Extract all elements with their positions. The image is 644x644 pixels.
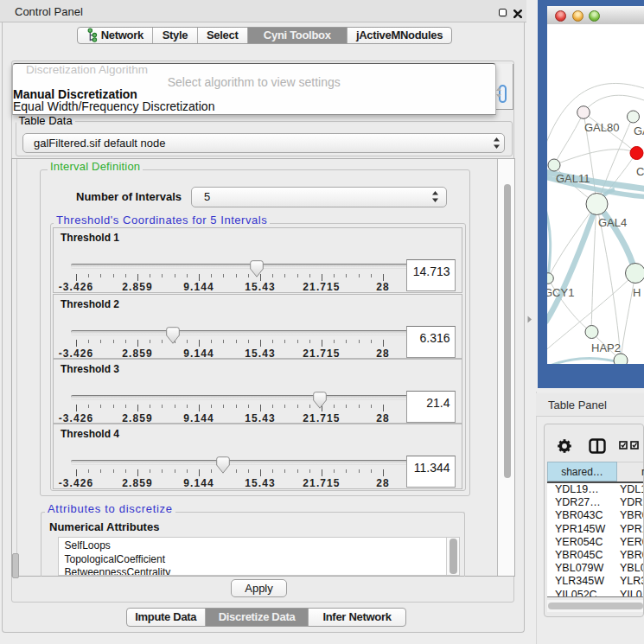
svg-text:GA: GA bbox=[634, 124, 644, 137]
svg-text:HAP2: HAP2 bbox=[591, 341, 621, 354]
svg-text:GAL80: GAL80 bbox=[584, 121, 619, 134]
svg-text:GAL11: GAL11 bbox=[556, 172, 590, 185]
svg-text:H: H bbox=[633, 286, 641, 299]
svg-text:GCY1: GCY1 bbox=[547, 286, 574, 299]
svg-text:GAL4: GAL4 bbox=[598, 216, 627, 229]
svg-text:C: C bbox=[636, 165, 644, 178]
